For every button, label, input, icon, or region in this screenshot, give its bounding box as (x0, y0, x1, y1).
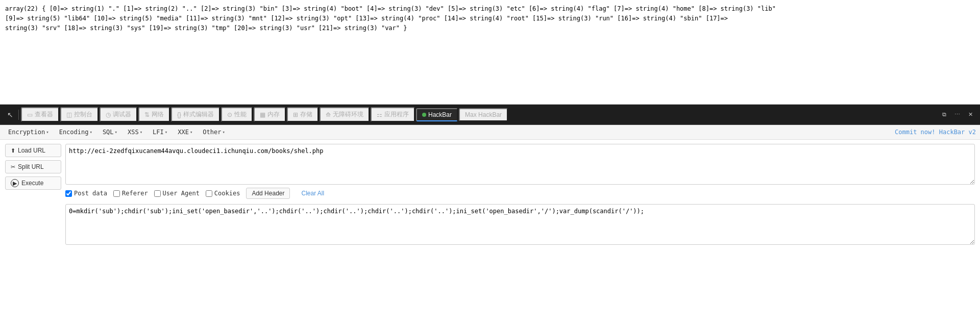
tab-performance[interactable]: ⊙ 性能 (221, 107, 253, 122)
cookies-label[interactable]: Cookies (206, 190, 240, 197)
load-url-button[interactable]: Load URL (5, 144, 61, 157)
tab-style-editor[interactable]: {} 样式编辑器 (171, 107, 220, 122)
url-area: Post data Referer User Agent Cookies Add… (65, 144, 975, 245)
user-agent-checkbox[interactable] (154, 190, 161, 197)
toolbar-separator-1 (18, 110, 19, 120)
devtools-toolbar: ↖ ▭ 查看器 ◫ 控制台 ◷ 调试器 ⇅ 网络 {} 样式编辑器 ⊙ 性能 ▦… (0, 105, 980, 125)
applications-icon: ⚏ (377, 111, 382, 118)
post-data-checkbox[interactable] (65, 190, 72, 197)
hackbar-panel: Encryption ▾ Encoding ▾ SQL ▾ XSS ▾ LFI … (0, 125, 980, 249)
load-url-icon (11, 147, 15, 154)
tab-inspector[interactable]: ▭ 查看器 (21, 107, 59, 122)
memory-icon: ▦ (260, 111, 265, 118)
close-devtools-icon: ✕ (968, 111, 973, 118)
undock-icon: ⧉ (942, 111, 946, 118)
split-url-icon (11, 163, 15, 170)
other-arrow-icon: ▾ (222, 130, 225, 135)
inspector-icon: ▭ (27, 111, 33, 118)
postdata-input[interactable] (65, 204, 975, 245)
tab-network[interactable]: ⇅ 网络 (138, 107, 170, 122)
execute-button[interactable]: Execute (5, 176, 61, 190)
tab-memory[interactable]: ▦ 内存 (254, 107, 286, 122)
inspect-icon: ↖ (7, 111, 13, 119)
inspect-icon-btn[interactable]: ↖ (4, 109, 16, 121)
tab-storage[interactable]: ⊞ 存储 (287, 107, 318, 122)
toolbar-end-buttons: ⧉ ⋯ ✕ (939, 109, 976, 120)
split-url-button[interactable]: Split URL (5, 160, 61, 173)
tab-max-hackbar[interactable]: Max HackBar (459, 108, 508, 121)
output-text: array(22) { [0]=> string(1) "." [1]=> st… (5, 4, 975, 34)
post-data-label[interactable]: Post data (65, 190, 107, 197)
tab-accessibility[interactable]: ⟰ 无障碍环境 (320, 107, 370, 122)
tab-debugger[interactable]: ◷ 调试器 (100, 107, 137, 122)
storage-icon: ⊞ (293, 111, 298, 118)
more-options-icon: ⋯ (954, 111, 960, 118)
execute-icon (11, 180, 19, 187)
referer-checkbox[interactable] (113, 190, 120, 197)
options-row: Post data Referer User Agent Cookies Add… (65, 188, 975, 199)
hackbar-body: Load URL Split URL Execute Post data (0, 140, 980, 249)
menu-xss[interactable]: XSS ▾ (124, 127, 146, 137)
menu-other[interactable]: Other ▾ (199, 127, 229, 137)
commit-label: Commit now! HackBar v2 (895, 129, 976, 136)
cookies-checkbox[interactable] (206, 190, 212, 197)
style-editor-icon: {} (177, 111, 181, 118)
menu-sql[interactable]: SQL ▾ (99, 127, 121, 137)
accessibility-icon: ⟰ (326, 111, 331, 118)
sql-arrow-icon: ▾ (115, 130, 117, 135)
url-input[interactable] (65, 144, 975, 185)
tab-applications[interactable]: ⚏ 应用程序 (371, 107, 415, 122)
lfi-arrow-icon: ▾ (165, 130, 167, 135)
encoding-arrow-icon: ▾ (89, 130, 92, 135)
undock-button[interactable]: ⧉ (939, 109, 949, 120)
debugger-icon: ◷ (106, 111, 111, 118)
menu-lfi[interactable]: LFI ▾ (149, 127, 172, 137)
left-action-buttons: Load URL Split URL Execute (5, 144, 61, 245)
encryption-arrow-icon: ▾ (46, 130, 48, 135)
xxe-arrow-icon: ▾ (190, 130, 192, 135)
output-area: array(22) { [0]=> string(1) "." [1]=> st… (0, 0, 980, 105)
menu-encryption[interactable]: Encryption ▾ (4, 127, 53, 137)
xss-arrow-icon: ▾ (140, 130, 142, 135)
close-devtools-button[interactable]: ✕ (965, 109, 976, 120)
referer-label[interactable]: Referer (113, 190, 148, 197)
clear-all-button[interactable]: Clear All (296, 188, 329, 198)
more-options-button[interactable]: ⋯ (951, 109, 963, 120)
hackbar-menubar: Encryption ▾ Encoding ▾ SQL ▾ XSS ▾ LFI … (0, 125, 980, 140)
console-icon: ◫ (66, 111, 72, 118)
network-icon: ⇅ (144, 111, 150, 118)
hackbar-active-dot (422, 113, 426, 117)
menu-xxe[interactable]: XXE ▾ (174, 127, 197, 137)
performance-icon: ⊙ (227, 111, 232, 118)
menu-encoding[interactable]: Encoding ▾ (55, 127, 96, 137)
add-header-button[interactable]: Add Header (246, 188, 290, 199)
tab-hackbar[interactable]: HackBar (416, 108, 458, 121)
user-agent-label[interactable]: User Agent (154, 190, 200, 197)
tab-console[interactable]: ◫ 控制台 (60, 107, 99, 122)
